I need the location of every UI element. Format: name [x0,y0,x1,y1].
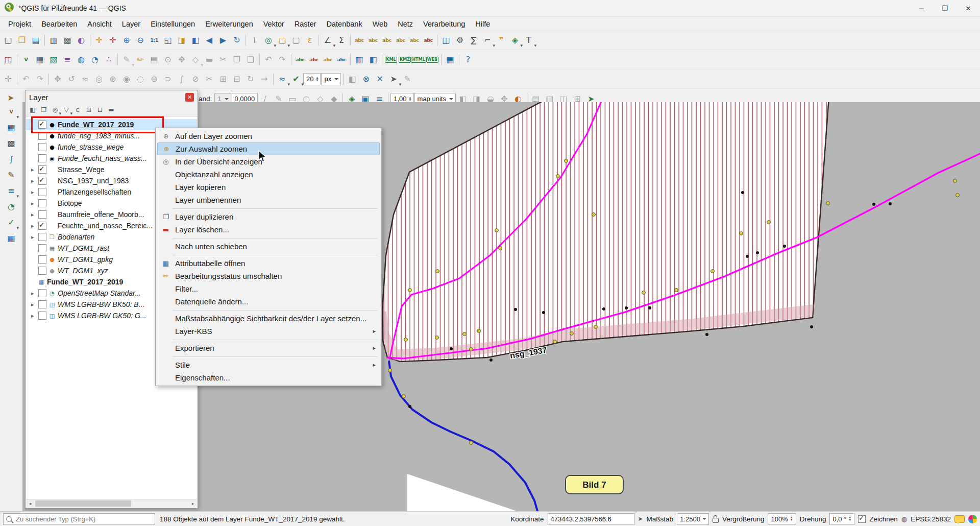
highlight-labels-icon[interactable]: abc [380,34,394,47]
processing-toolbox-icon[interactable]: ⚙ [453,34,467,47]
layer-checkbox[interactable] [38,177,46,185]
reshape-features-icon[interactable]: ∫ [175,73,188,86]
stream-digitizing-icon[interactable]: ≈ [276,73,289,86]
locator-search[interactable] [3,513,155,525]
measure-icon[interactable]: ∠ [321,34,334,47]
lock-icon[interactable] [713,518,719,523]
snapping-icon[interactable]: ⊗ [359,73,373,86]
label-options-blue-icon[interactable]: abc [335,53,348,66]
render-checkbox[interactable] [858,515,866,523]
undo-icon[interactable]: ↶ [262,53,275,66]
undo-edit-icon[interactable]: ↶ [19,73,33,86]
qgis-logo-small-icon[interactable] [968,515,977,523]
cut-features-icon[interactable]: ✂ [216,53,230,66]
menu-copy-layer[interactable]: Layer kopieren ▸ [157,181,380,194]
extent-toggle-icon[interactable]: ➤ [638,516,643,522]
open-project-icon[interactable]: ❒ [15,34,29,47]
horizontal-scrollbar[interactable]: ◂ ▸ [26,499,197,508]
spin-arrows-icon[interactable]: ▲▼ [848,516,851,521]
layer-checkbox[interactable] [38,154,46,162]
rotation-spinbox[interactable]: 0,0 ° ▲▼ [829,513,854,525]
maximize-button[interactable]: ❐ [933,0,957,16]
split-features-icon[interactable]: ✂ [203,73,216,86]
spin-arrows-icon[interactable]: ▲▼ [790,516,793,521]
add-ring-icon[interactable]: ◎ [92,73,106,86]
open-layer-styling-icon[interactable]: ◧ [28,105,38,115]
layer-checkbox[interactable] [38,222,46,230]
db-manager-icon[interactable]: ◫ [439,34,453,47]
layer-panel-titlebar[interactable]: Layer ✕ [26,90,198,104]
pan-to-selection-icon[interactable]: ✛ [106,34,119,47]
add-feature-icon[interactable]: ⊙ [161,53,175,66]
filter-expression-icon[interactable]: ε [72,105,83,115]
run-feature-action-icon[interactable]: ◎ [262,34,275,47]
menu-vektor[interactable]: Vektor [258,18,289,30]
zoom-next-icon[interactable]: ▶ [216,34,230,47]
new-print-layout-icon[interactable]: ▥ [47,34,60,47]
layer-checkbox[interactable] [38,121,46,129]
add-xyz-layer-icon[interactable]: ∴ [102,53,115,66]
fill-ring-icon[interactable]: ◉ [120,73,133,86]
expand-arrow-icon[interactable] [31,178,38,184]
offset-point-symbol-icon[interactable]: → [258,73,271,86]
filter-legend-icon[interactable]: ▽ [61,105,71,115]
layer-checkbox[interactable] [38,210,46,219]
simplify-feature-icon[interactable]: ≈ [79,73,92,86]
layer-checkbox[interactable] [38,233,46,241]
layout-manager-icon[interactable]: ▩ [61,34,74,47]
expand-arrow-icon[interactable] [31,166,38,173]
menu-toggle-editing[interactable]: ✏ Bearbeitungsstatus umschalten ▸ [157,270,380,282]
paint-effects-icon[interactable]: ◧ [346,73,359,86]
search-input[interactable] [15,515,152,523]
web-globe-icon[interactable]: ◔ [5,200,18,213]
change-label-icon[interactable]: abc [422,34,435,47]
menu-raster[interactable]: Raster [289,18,322,30]
spin-arrows-icon[interactable]: ▲▼ [315,77,318,82]
delete-ring-icon[interactable]: ◌ [134,73,147,86]
add-part-icon[interactable]: ⊕ [106,73,119,86]
menu-properties[interactable]: Eigenschaften... ▸ [157,371,380,384]
grid-tools-icon[interactable]: ▦ [444,53,457,66]
scroll-thumb[interactable] [35,500,131,507]
current-edits-icon[interactable]: ✎ [120,53,133,66]
raster-calculator-icon[interactable]: ▩ [5,137,18,150]
menu-hilfe[interactable]: Hilfe [470,18,495,30]
offset-curve-icon[interactable]: ⊃ [161,73,175,86]
layer-checkbox[interactable] [38,312,46,320]
layer-checkbox[interactable] [38,143,46,151]
attribute-grid-icon[interactable]: ▦ [5,232,18,245]
identify-features-icon[interactable]: i [248,34,261,47]
help-icon[interactable]: ? [461,53,475,66]
tracing-icon[interactable]: ✔ [289,73,303,86]
menu-export[interactable]: Exportieren ▸ [157,342,380,354]
redo-icon[interactable]: ↷ [276,53,289,66]
merge-features-icon[interactable]: ⊞ [216,73,230,86]
layer-checkbox[interactable] [38,244,46,252]
menu-open-attribute-table[interactable]: ▦ Attributtabelle öffnen ▸ [157,257,380,270]
layer-checkbox[interactable] [38,132,46,140]
add-vector-layer-icon[interactable]: V [19,53,33,66]
pan-map-icon[interactable]: ✛ [92,34,106,47]
delete-part-icon[interactable]: ⊖ [148,73,161,86]
messages-icon[interactable] [954,515,965,523]
pin-labels-icon[interactable]: abc [366,34,380,47]
minimize-button[interactable]: ─ [910,0,933,16]
layer-stack-icon[interactable]: ≡ [5,184,18,198]
save-project-icon[interactable]: ▤ [29,34,42,47]
paste-features-icon[interactable]: ❏ [244,53,257,66]
raster-histogram-icon[interactable]: ▥ [353,53,366,66]
panel-close-icon[interactable]: ✕ [185,93,194,102]
label-options-green-icon[interactable]: abc [293,53,307,66]
layer-checkbox[interactable] [38,199,46,207]
expand-arrow-icon[interactable] [31,223,38,229]
expand-arrow-icon[interactable] [31,290,38,297]
scale-combo[interactable]: 1:2500 [677,513,709,525]
layer-checkbox[interactable] [38,300,46,308]
split-parts-icon[interactable]: ⊘ [189,73,202,86]
export-html-icon[interactable]: HTML [412,53,425,66]
expand-arrow-icon[interactable] [31,301,38,308]
zoom-last-icon[interactable]: ◀ [203,34,216,47]
layer-checkbox[interactable] [38,267,46,275]
menu-zoom-to-layer[interactable]: ⊕ Auf den Layer zoomen ▸ [157,130,380,142]
menu-datenbank[interactable]: Datenbank [322,18,368,30]
